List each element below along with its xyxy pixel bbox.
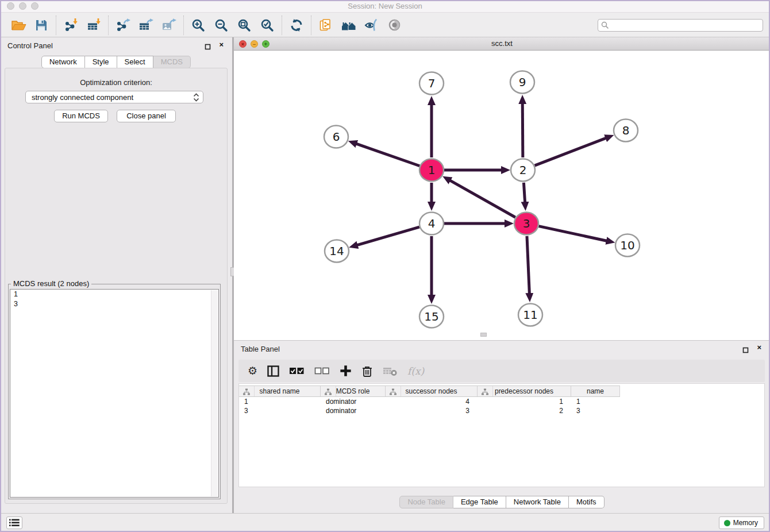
network-window-titlebar[interactable]: × – + scc.txt [234,37,770,51]
table-tab-network-table[interactable]: Network Table [506,496,569,508]
table-tab-edge-table[interactable]: Edge Table [453,496,506,508]
memory-button[interactable]: Memory [719,516,764,529]
graph-node-3[interactable]: 3 [514,213,538,235]
tab-network[interactable]: Network [41,56,85,68]
app-title: Session: New Session [0,0,770,12]
table-tab-motifs[interactable]: Motifs [569,496,605,508]
zoom-selected-button[interactable] [256,15,279,36]
columns-button[interactable] [267,365,279,377]
task-history-button[interactable] [6,516,22,529]
gear-button[interactable]: ⚙ [248,365,257,376]
table-float-icon[interactable] [742,345,749,352]
column-header-successor-nodes[interactable]: successor nodes [386,386,478,396]
export-image-button[interactable] [157,15,180,36]
table-row[interactable]: 3dominator323 [239,407,764,416]
graph-edge-3-10[interactable] [539,226,607,241]
mcds-result-list[interactable]: 13 [10,289,219,498]
import-network-button[interactable] [59,15,82,36]
close-panel-button[interactable]: Close panel [117,110,176,122]
export-network-button[interactable] [111,15,134,36]
table-cell[interactable]: dominator [321,398,386,407]
add-row-button[interactable] [340,365,352,377]
tab-mcds[interactable]: MCDS [153,56,191,68]
table-cell[interactable]: 1 [571,398,620,407]
refresh-button[interactable] [285,15,308,36]
select-all-button[interactable] [289,367,305,376]
graph-node-9[interactable]: 9 [510,71,534,94]
graph-node-4[interactable]: 4 [419,213,444,235]
graph-edge-4-14[interactable] [357,227,419,245]
graph-edge-3-11[interactable] [527,236,529,294]
table-cell[interactable]: 3 [386,407,478,416]
zoom-in-button[interactable] [187,15,210,36]
table-cell[interactable]: 4 [386,398,478,407]
canvas-scrollbar-thumb[interactable] [480,333,487,337]
graph-node-6[interactable]: 6 [324,126,348,148]
search-input[interactable] [609,21,760,29]
memory-status-icon [724,520,730,526]
graph-edge-2-8[interactable] [535,138,606,165]
show-all-button[interactable] [383,15,406,36]
first-neighbors-button[interactable] [337,15,360,36]
graph-node-15[interactable]: 15 [419,306,444,328]
run-mcds-button[interactable]: Run MCDS [54,110,108,122]
new-network-from-selection-button[interactable] [314,15,337,36]
criterion-dropdown[interactable]: strongly connected component [25,91,203,103]
delete-row-button[interactable] [361,365,373,377]
graph-node-10[interactable]: 10 [615,234,640,257]
column-header-name[interactable]: name [571,386,620,396]
network-graph[interactable]: 7968124314101511 [234,51,770,340]
network-minimize-button[interactable]: – [251,40,258,48]
network-window-title: scc.txt [234,37,770,50]
table-cell[interactable]: 1 [239,398,321,407]
save-session-button[interactable] [30,15,53,36]
tab-style[interactable]: Style [85,56,117,68]
graph-node-11[interactable]: 11 [518,304,542,326]
open-file-button[interactable] [7,15,30,36]
graph-node-14[interactable]: 14 [325,240,349,263]
network-close-button[interactable]: × [239,40,247,48]
network-maximize-button[interactable]: + [262,40,270,48]
graph-node-8[interactable]: 8 [614,119,638,142]
graph-node-7[interactable]: 7 [419,72,444,95]
graph-node-1[interactable]: 1 [419,159,444,182]
column-header-shared-name[interactable]: shared name [239,386,321,396]
graph-edge-1-6[interactable] [356,144,419,166]
table-tab-node-table[interactable]: Node Table [399,496,453,508]
column-header-predecessor-nodes[interactable]: predecessor nodes [478,386,571,396]
mcds-result-group: MCDS result (2 nodes) 13 [8,284,221,499]
table-cell[interactable]: dominator [321,407,386,416]
table-cell[interactable]: 2 [478,407,571,416]
table-close-icon[interactable]: × [757,343,761,352]
graph-edge-2-9[interactable] [522,103,523,157]
column-label: successor nodes [405,387,457,395]
close-panel-icon[interactable]: × [219,40,224,49]
mcds-result-item[interactable]: 3 [10,299,218,309]
table-cell[interactable]: 1 [478,398,571,407]
graph-node-2[interactable]: 2 [511,159,535,182]
table-row[interactable]: 1dominator411 [239,398,764,407]
criterion-value: strongly connected component [32,93,193,102]
toolbar-separator [108,16,109,35]
table-cell[interactable]: 3 [239,407,321,416]
float-panel-icon[interactable] [205,42,211,49]
zoom-out-button[interactable] [210,15,233,36]
deselect-all-button[interactable] [314,367,330,376]
minimize-window-button[interactable] [19,2,26,10]
graph-edge-3-1[interactable] [450,180,515,217]
import-table-button[interactable] [82,15,105,36]
zoom-window-button[interactable] [31,2,38,10]
table-cell[interactable]: 3 [571,407,620,416]
mcds-result-item[interactable]: 1 [10,290,218,299]
close-window-button[interactable] [7,2,14,10]
tab-select[interactable]: Select [117,56,153,68]
delete-table-button [383,366,398,376]
hide-selected-button[interactable] [360,15,383,36]
result-scrollbar[interactable] [211,290,218,496]
zoom-fit-button[interactable] [233,15,256,36]
column-header-MCDS-role[interactable]: MCDS role [321,386,386,396]
network-canvas[interactable]: 7968124314101511 [234,51,770,340]
search-box[interactable] [598,19,763,32]
graph-edge-2-3[interactable] [523,183,525,202]
export-table-button[interactable] [134,15,157,36]
